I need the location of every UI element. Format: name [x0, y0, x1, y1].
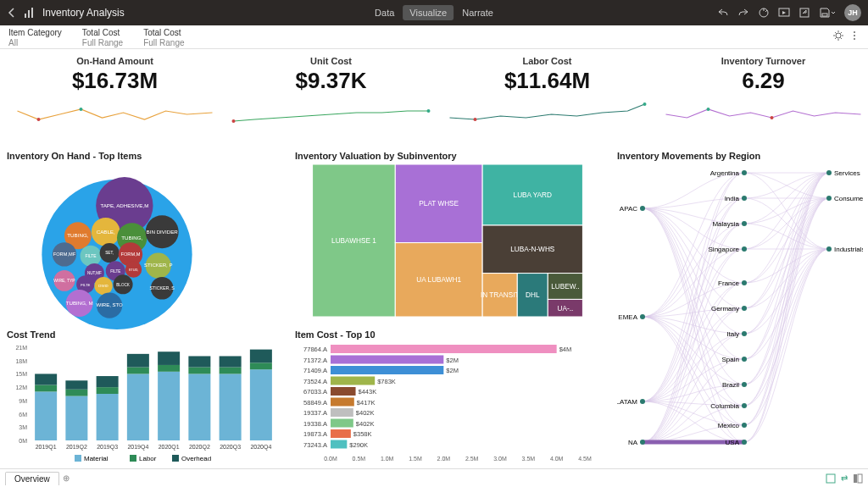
- svg-point-14: [427, 109, 431, 113]
- add-canvas-icon[interactable]: ⊕: [63, 473, 70, 483]
- more-icon[interactable]: [849, 30, 860, 41]
- svg-text:2019Q4: 2019Q4: [127, 444, 148, 451]
- svg-rect-124: [35, 391, 57, 440]
- svg-rect-166: [331, 356, 443, 364]
- svg-text:PLAT WHSE: PLAT WHSE: [419, 200, 459, 208]
- kpi-labor-cost[interactable]: Labor Cost $11.64M: [439, 53, 655, 146]
- tab-narrate[interactable]: Narrate: [455, 5, 500, 20]
- svg-point-88: [742, 196, 747, 201]
- svg-text:DIVID: DIVID: [98, 284, 108, 288]
- filter-settings-icon[interactable]: [832, 30, 844, 42]
- panel-toggle-icon[interactable]: [853, 473, 863, 484]
- svg-rect-134: [97, 376, 119, 387]
- svg-text:Brazil: Brazil: [722, 381, 739, 389]
- svg-text:2.5M: 2.5M: [465, 456, 479, 462]
- svg-text:15M: 15M: [15, 371, 27, 377]
- svg-text:India: India: [725, 195, 740, 202]
- kpi-on-hand[interactable]: On-Hand Amount $16.73M: [7, 53, 223, 146]
- svg-rect-126: [35, 374, 57, 385]
- refresh-icon[interactable]: [758, 7, 770, 19]
- svg-point-100: [742, 357, 747, 362]
- preview-icon[interactable]: [778, 7, 790, 19]
- svg-text:9M: 9M: [19, 398, 27, 404]
- svg-rect-133: [97, 387, 119, 394]
- svg-point-84: [640, 440, 645, 445]
- svg-point-112: [826, 196, 832, 201]
- svg-point-90: [742, 221, 747, 226]
- svg-text:$783K: $783K: [377, 378, 396, 385]
- save-icon[interactable]: [819, 7, 836, 19]
- svg-text:77864.A: 77864.A: [303, 346, 327, 353]
- svg-text:18M: 18M: [15, 358, 27, 364]
- svg-point-94: [742, 280, 747, 285]
- top-bar: Inventory Analysis Data Visualize Narrat…: [0, 0, 868, 25]
- svg-rect-128: [65, 396, 87, 440]
- svg-point-8: [854, 31, 855, 33]
- svg-point-86: [742, 170, 747, 175]
- svg-text:$402K: $402K: [356, 420, 375, 428]
- kpi-unit-cost[interactable]: Unit Cost $9.37K: [223, 53, 439, 146]
- svg-text:WIRE, TYP: WIRE, TYP: [53, 279, 75, 283]
- item-cost-chart: 77864.A$4M71372.A$2M71409.A$2M73524.A$78…: [295, 343, 600, 466]
- avatar[interactable]: JH: [844, 4, 861, 21]
- svg-rect-150: [220, 356, 242, 367]
- svg-rect-6: [822, 14, 827, 16]
- layout-icon[interactable]: [826, 473, 836, 484]
- svg-text:2019Q3: 2019Q3: [97, 444, 118, 451]
- svg-text:73243.A: 73243.A: [303, 441, 327, 449]
- svg-rect-154: [250, 350, 272, 363]
- workbook-title: Inventory Analysis: [42, 7, 125, 19]
- tab-visualize[interactable]: Visualize: [403, 5, 453, 20]
- svg-point-10: [854, 38, 855, 40]
- panel-bubble[interactable]: Inventory On Hand - Top Items TAPE, ADHE…: [7, 151, 287, 324]
- svg-rect-2: [31, 8, 33, 18]
- svg-point-98: [742, 331, 747, 336]
- svg-text:Consumer Goods: Consumer Goods: [834, 195, 863, 202]
- svg-text:2020Q4: 2020Q4: [250, 444, 271, 451]
- svg-rect-158: [130, 455, 136, 462]
- svg-rect-163: [331, 345, 557, 353]
- svg-text:Singapore: Singapore: [709, 246, 740, 253]
- undo-icon[interactable]: [717, 7, 729, 19]
- back-icon[interactable]: [7, 8, 17, 18]
- svg-text:TAPE, ADHESIVE,M: TAPE, ADHESIVE,M: [100, 202, 148, 208]
- canvas-tab-overview[interactable]: Overview: [5, 472, 59, 485]
- svg-text:73524.A: 73524.A: [303, 378, 327, 385]
- svg-text:LATAM: LATAM: [617, 398, 637, 406]
- svg-rect-190: [331, 440, 347, 449]
- svg-text:58849.A: 58849.A: [303, 399, 327, 407]
- svg-text:France: France: [718, 279, 739, 287]
- bottom-bar: Overview ⊕ ⇄: [0, 468, 868, 487]
- panel-cost-trend[interactable]: Cost Trend 0M3M6M9M12M15M18M21M2019Q1201…: [7, 329, 287, 465]
- svg-text:SET,: SET,: [105, 251, 114, 255]
- kpi-turnover[interactable]: Inventory Turnover 6.29: [655, 53, 868, 146]
- filter-total-cost-2[interactable]: Total Cost Full Range: [143, 28, 184, 48]
- connection-icon[interactable]: ⇄: [841, 473, 848, 484]
- svg-text:LUBA YARD: LUBA YARD: [514, 191, 552, 199]
- redo-icon[interactable]: [737, 7, 749, 19]
- panel-treemap[interactable]: Inventory Valuation by Subinventory LUBA…: [295, 151, 609, 324]
- svg-text:TUBING, M: TUBING, M: [66, 300, 93, 306]
- svg-text:UA LUBAWH1: UA LUBAWH1: [416, 276, 461, 284]
- filter-total-cost-1[interactable]: Total Cost Full Range: [82, 28, 123, 48]
- tab-data[interactable]: Data: [368, 5, 401, 20]
- svg-text:$290K: $290K: [349, 441, 368, 449]
- svg-rect-175: [331, 387, 356, 396]
- svg-text:FORM,MF: FORM,MF: [53, 252, 76, 257]
- panel-network[interactable]: Inventory Movements by Region APACEMEALA…: [617, 151, 868, 465]
- filter-bar: Item Category All Total Cost Full Range …: [0, 25, 868, 49]
- svg-rect-149: [220, 368, 242, 374]
- svg-rect-146: [188, 356, 210, 367]
- svg-rect-137: [127, 368, 149, 374]
- svg-text:NUT,MF: NUT,MF: [87, 271, 102, 275]
- svg-rect-181: [331, 408, 353, 417]
- svg-text:71372.A: 71372.A: [303, 357, 327, 364]
- svg-point-17: [707, 108, 710, 111]
- svg-text:Germany: Germany: [711, 305, 739, 313]
- svg-rect-141: [158, 365, 180, 372]
- panel-item-cost[interactable]: Item Cost - Top 10 77864.A$4M71372.A$2M7…: [295, 329, 609, 465]
- filter-item-category[interactable]: Item Category All: [8, 28, 62, 48]
- export-icon[interactable]: [798, 7, 810, 19]
- svg-rect-178: [331, 398, 354, 407]
- svg-text:$2M: $2M: [446, 357, 459, 364]
